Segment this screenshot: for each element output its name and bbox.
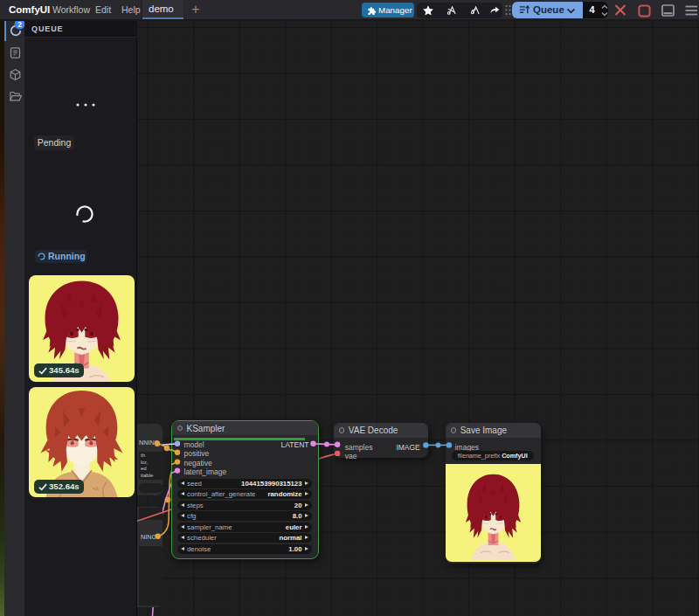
- svg-text:2: 2: [17, 20, 22, 29]
